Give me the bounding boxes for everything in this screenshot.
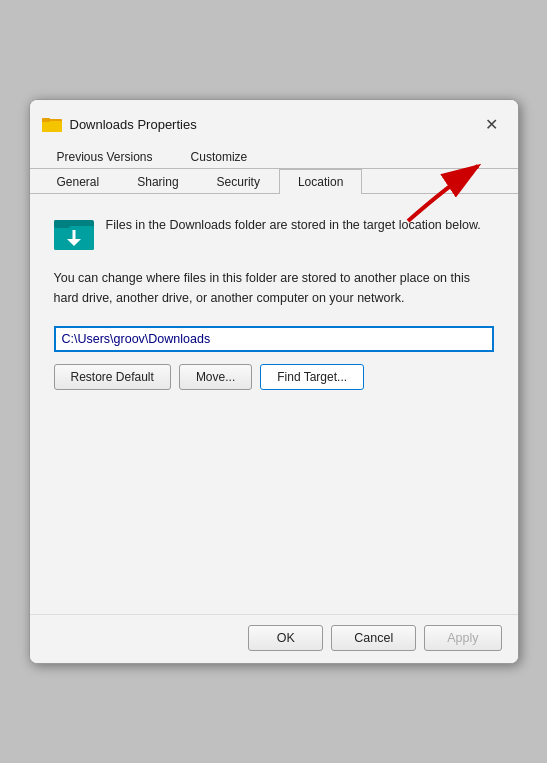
- folder-icon: [42, 114, 62, 134]
- info-row: Files in the Downloads folder are stored…: [54, 212, 494, 252]
- svg-rect-6: [54, 220, 70, 228]
- tab-previous-versions[interactable]: Previous Versions: [38, 144, 172, 169]
- close-button[interactable]: ✕: [478, 110, 506, 138]
- tab-security[interactable]: Security: [198, 169, 279, 194]
- tab-row-2: General Sharing Security Location: [30, 169, 518, 194]
- tab-general[interactable]: General: [38, 169, 119, 194]
- tab-sharing[interactable]: Sharing: [118, 169, 197, 194]
- ok-button[interactable]: OK: [248, 625, 323, 651]
- dialog-footer: OK Cancel Apply: [30, 614, 518, 663]
- title-bar-left: Downloads Properties: [42, 114, 197, 134]
- cancel-button[interactable]: Cancel: [331, 625, 416, 651]
- svg-rect-1: [42, 121, 62, 132]
- tab-customize[interactable]: Customize: [172, 144, 267, 169]
- tab-row-1: Previous Versions Customize: [30, 144, 518, 169]
- apply-button[interactable]: Apply: [424, 625, 501, 651]
- move-button[interactable]: Move...: [179, 364, 252, 390]
- path-input[interactable]: [54, 326, 494, 352]
- restore-default-button[interactable]: Restore Default: [54, 364, 171, 390]
- info-text: Files in the Downloads folder are stored…: [106, 212, 481, 235]
- content-area: Files in the Downloads folder are stored…: [30, 194, 518, 614]
- tab-location[interactable]: Location: [279, 169, 362, 194]
- title-bar: Downloads Properties ✕: [30, 100, 518, 144]
- find-target-button[interactable]: Find Target...: [260, 364, 364, 390]
- description-text: You can change where files in this folde…: [54, 268, 494, 308]
- dialog-title: Downloads Properties: [70, 117, 197, 132]
- downloads-folder-icon: [54, 212, 94, 252]
- downloads-properties-dialog: Downloads Properties ✕ Previous Versions…: [29, 99, 519, 664]
- action-buttons: Restore Default Move... Find Target...: [54, 364, 494, 390]
- svg-rect-2: [42, 118, 50, 122]
